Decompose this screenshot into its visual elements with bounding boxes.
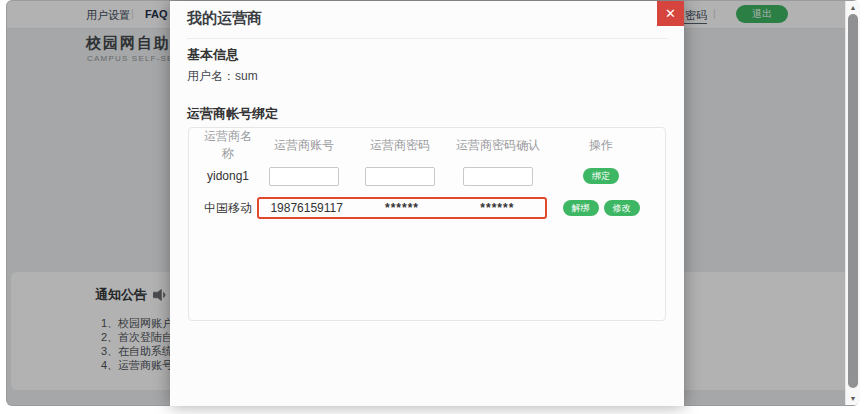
basic-info-heading: 基本信息 (187, 46, 239, 64)
password-confirm-masked-value: ****** (450, 201, 545, 215)
binding-section-heading: 运营商帐号绑定 (187, 105, 278, 123)
operator-binding-table: 运营商名称 运营商账号 运营商密码 运营商密码确认 操作 yidong1 绑定 … (188, 127, 666, 321)
bind-button[interactable]: 绑定 (583, 168, 619, 184)
scrollbar[interactable]: ▲ ▼ (845, 1, 860, 405)
operator-name: 中国移动 (199, 200, 257, 217)
table-header-row: 运营商名称 运营商账号 运营商密码 运营商密码确认 操作 (189, 130, 665, 160)
scroll-up-arrow-icon[interactable]: ▲ (846, 1, 860, 14)
username-label: 用户名： (187, 69, 235, 83)
modal-title: 我的运营商 (187, 9, 262, 28)
col-header-operator-account: 运营商账号 (257, 137, 351, 154)
unbind-button[interactable]: 解绑 (563, 200, 599, 216)
col-header-operation: 操作 (547, 137, 655, 154)
scrollbar-thumb[interactable] (848, 14, 858, 388)
modify-button[interactable]: 修改 (604, 200, 640, 216)
table-row-highlighted: 中国移动 19876159117 ****** ****** 解绑 修改 (189, 192, 665, 224)
scroll-down-arrow-icon[interactable]: ▼ (846, 392, 860, 405)
password-masked-value: ****** (354, 201, 449, 215)
username-value: sum (235, 69, 258, 83)
username-row: 用户名：sum (187, 68, 258, 85)
account-input[interactable] (269, 167, 339, 186)
password-input[interactable] (365, 167, 435, 186)
password-confirm-input[interactable] (463, 167, 533, 186)
my-operator-modal: ✕ 我的运营商 基本信息 用户名：sum 运营商帐号绑定 运营商名称 运营商账号… (170, 1, 684, 406)
operator-name: yidong1 (199, 169, 257, 183)
screenshot-root: 用户设置 | FAQ 修改密码 | 退出 校园网自助服务 CAMPUS SELF… (0, 0, 865, 414)
title-divider (187, 38, 668, 39)
close-button[interactable]: ✕ (657, 1, 684, 26)
account-value: 19876159117 (259, 201, 354, 215)
col-header-operator-password: 运营商密码 (351, 137, 449, 154)
col-header-operator-name: 运营商名称 (199, 128, 257, 162)
highlighted-values-box: 19876159117 ****** ****** (257, 197, 547, 219)
col-header-password-confirm: 运营商密码确认 (449, 137, 547, 154)
table-row: yidong1 绑定 (189, 160, 665, 192)
